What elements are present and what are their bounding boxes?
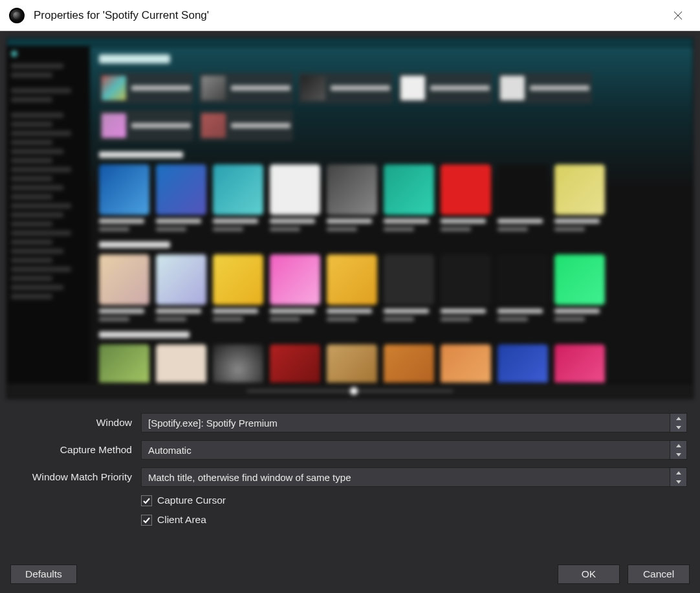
select-capture-method[interactable]: Automatic — [141, 440, 687, 460]
ok-button[interactable]: OK — [558, 565, 620, 584]
row-window: Window [Spotify.exe]: Spotify Premium — [13, 413, 687, 432]
row-capture-cursor: Capture Cursor Client Area — [13, 495, 687, 533]
checkbox-client-area[interactable]: Client Area — [141, 514, 687, 526]
checkbox-icon — [141, 495, 152, 506]
select-match-priority[interactable]: Match title, otherwise find window of sa… — [141, 467, 687, 487]
checkbox-client-area-label: Client Area — [157, 514, 206, 526]
select-window[interactable]: [Spotify.exe]: Spotify Premium — [141, 413, 687, 432]
label-capture-method: Capture Method — [13, 444, 141, 456]
spinner-icon — [670, 441, 686, 459]
close-button[interactable] — [665, 5, 691, 26]
source-preview — [6, 38, 694, 399]
close-icon — [673, 11, 683, 20]
spinner-icon — [670, 468, 686, 486]
dialog-buttons: Defaults OK Cancel — [0, 555, 700, 593]
checkbox-capture-cursor[interactable]: Capture Cursor — [141, 495, 687, 506]
select-capture-method-value: Automatic — [148, 445, 191, 456]
obs-icon — [9, 8, 25, 23]
label-window: Window — [13, 417, 141, 429]
checkbox-icon — [141, 515, 152, 526]
row-capture-method: Capture Method Automatic — [13, 440, 687, 460]
row-match-priority: Window Match Priority Match title, other… — [13, 467, 687, 487]
cancel-button[interactable]: Cancel — [628, 565, 690, 584]
select-match-priority-value: Match title, otherwise find window of sa… — [148, 472, 351, 483]
titlebar: Properties for 'Spotify Current Song' — [0, 0, 700, 31]
label-match-priority: Window Match Priority — [13, 471, 141, 483]
checkbox-capture-cursor-label: Capture Cursor — [157, 495, 226, 506]
select-window-value: [Spotify.exe]: Spotify Premium — [148, 418, 278, 429]
properties-form: Window [Spotify.exe]: Spotify Premium Ca… — [6, 399, 694, 541]
spinner-icon — [670, 414, 686, 432]
window-title: Properties for 'Spotify Current Song' — [34, 9, 665, 22]
defaults-button[interactable]: Defaults — [10, 565, 77, 584]
dialog-body: Window [Spotify.exe]: Spotify Premium Ca… — [0, 31, 700, 555]
